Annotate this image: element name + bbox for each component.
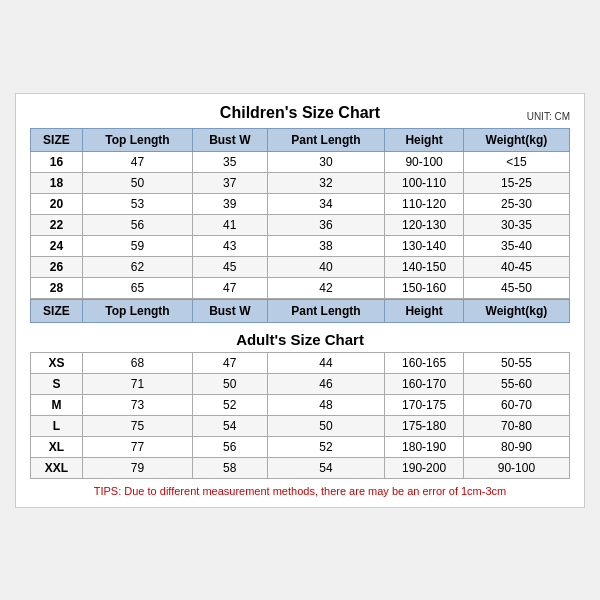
children-col-weight: Weight(kg) [463, 128, 569, 151]
table-cell: 37 [193, 172, 268, 193]
table-cell: 65 [82, 277, 192, 298]
table-cell: 18 [31, 172, 83, 193]
table-cell: 30 [267, 151, 385, 172]
table-row: L755450175-18070-80 [31, 415, 570, 436]
table-cell: 90-100 [463, 457, 569, 478]
children-header-row: SIZE Top Length Bust W Pant Length Heigh… [31, 128, 570, 151]
table-cell: 45 [193, 256, 268, 277]
adult-title: Adult's Size Chart [236, 331, 364, 348]
table-cell: 32 [267, 172, 385, 193]
table-cell: 62 [82, 256, 192, 277]
table-row: 20533934110-12025-30 [31, 193, 570, 214]
table-cell: 41 [193, 214, 268, 235]
table-cell: 45-50 [463, 277, 569, 298]
table-cell: 38 [267, 235, 385, 256]
table-cell: 90-100 [385, 151, 464, 172]
table-cell: 150-160 [385, 277, 464, 298]
table-cell: 71 [82, 373, 192, 394]
adult-col-pantlength: Pant Length [267, 299, 385, 322]
table-cell: 52 [193, 394, 268, 415]
table-cell: 35 [193, 151, 268, 172]
table-cell: 160-170 [385, 373, 464, 394]
table-cell: 47 [193, 277, 268, 298]
adult-col-height: Height [385, 299, 464, 322]
table-cell: 68 [82, 352, 192, 373]
table-cell: 28 [31, 277, 83, 298]
table-cell: 56 [193, 436, 268, 457]
table-cell: 52 [267, 436, 385, 457]
table-row: XS684744160-16550-55 [31, 352, 570, 373]
table-cell: 130-140 [385, 235, 464, 256]
title-row: Children's Size Chart UNIT: CM [30, 104, 570, 122]
table-row: M735248170-17560-70 [31, 394, 570, 415]
table-cell: XXL [31, 457, 83, 478]
table-cell: 110-120 [385, 193, 464, 214]
table-cell: 160-165 [385, 352, 464, 373]
table-row: 24594338130-14035-40 [31, 235, 570, 256]
table-cell: 26 [31, 256, 83, 277]
adult-col-size: SIZE [31, 299, 83, 322]
table-cell: 35-40 [463, 235, 569, 256]
unit-label: UNIT: CM [527, 111, 570, 122]
adult-header-row: SIZE Top Length Bust W Pant Length Heigh… [31, 299, 570, 322]
table-cell: 40-45 [463, 256, 569, 277]
table-cell: 190-200 [385, 457, 464, 478]
table-cell: XS [31, 352, 83, 373]
table-cell: 42 [267, 277, 385, 298]
table-row: 1647353090-100<15 [31, 151, 570, 172]
table-row: S715046160-17055-60 [31, 373, 570, 394]
table-cell: 43 [193, 235, 268, 256]
table-cell: 75 [82, 415, 192, 436]
table-cell: 39 [193, 193, 268, 214]
table-cell: 79 [82, 457, 192, 478]
table-cell: 60-70 [463, 394, 569, 415]
adult-title-row: Adult's Size Chart [31, 322, 570, 352]
children-col-size: SIZE [31, 128, 83, 151]
table-row: 22564136120-13030-35 [31, 214, 570, 235]
table-cell: 70-80 [463, 415, 569, 436]
table-cell: 44 [267, 352, 385, 373]
table-cell: L [31, 415, 83, 436]
table-cell: 25-30 [463, 193, 569, 214]
table-cell: 80-90 [463, 436, 569, 457]
table-cell: 73 [82, 394, 192, 415]
table-cell: M [31, 394, 83, 415]
table-cell: 170-175 [385, 394, 464, 415]
children-col-pantlength: Pant Length [267, 128, 385, 151]
table-cell: 77 [82, 436, 192, 457]
table-row: XXL795854190-20090-100 [31, 457, 570, 478]
table-cell: 54 [193, 415, 268, 436]
table-row: 28654742150-16045-50 [31, 277, 570, 298]
table-cell: 50-55 [463, 352, 569, 373]
chart-container: Children's Size Chart UNIT: CM SIZE Top … [15, 93, 585, 508]
table-cell: XL [31, 436, 83, 457]
adult-table: Adult's Size Chart SIZE Top Length Bust … [30, 299, 570, 479]
table-cell: 53 [82, 193, 192, 214]
table-cell: 20 [31, 193, 83, 214]
table-cell: 120-130 [385, 214, 464, 235]
table-cell: 47 [82, 151, 192, 172]
table-cell: 56 [82, 214, 192, 235]
adult-col-toplength: Top Length [82, 299, 192, 322]
table-row: XL775652180-19080-90 [31, 436, 570, 457]
table-cell: 40 [267, 256, 385, 277]
children-col-height: Height [385, 128, 464, 151]
table-cell: 22 [31, 214, 83, 235]
table-cell: 50 [267, 415, 385, 436]
table-row: 18503732100-11015-25 [31, 172, 570, 193]
table-cell: 140-150 [385, 256, 464, 277]
table-cell: 15-25 [463, 172, 569, 193]
table-cell: 50 [193, 373, 268, 394]
table-cell: 55-60 [463, 373, 569, 394]
table-cell: 30-35 [463, 214, 569, 235]
children-col-bustw: Bust W [193, 128, 268, 151]
table-cell: 58 [193, 457, 268, 478]
main-title: Children's Size Chart [220, 104, 380, 122]
tips-text: TIPS: Due to different measurement metho… [94, 485, 506, 497]
children-table: SIZE Top Length Bust W Pant Length Heigh… [30, 128, 570, 299]
table-cell: S [31, 373, 83, 394]
table-cell: 16 [31, 151, 83, 172]
table-cell: 54 [267, 457, 385, 478]
children-col-toplength: Top Length [82, 128, 192, 151]
adult-col-bustw: Bust W [193, 299, 268, 322]
